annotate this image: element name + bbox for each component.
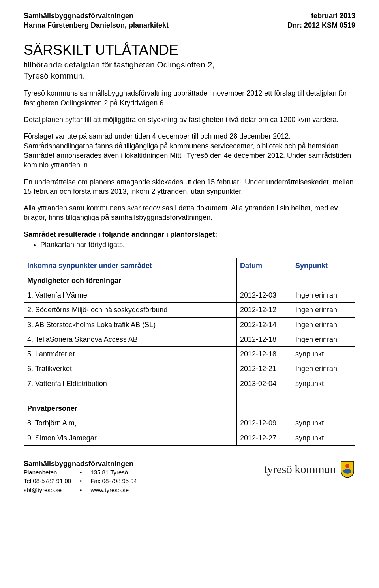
table-row: 8. Torbjörn Alm,2012-12-09synpunkt [24, 416, 355, 431]
table-row: 5. Lantmäteriet2012-12-18synpunkt [24, 347, 355, 361]
logo-text: tyresö kommun [264, 461, 336, 478]
changes-heading: Samrådet resulterade i följande ändringa… [24, 230, 355, 239]
table-row: 9. Simon Vis Jamegar2012-12-27synpunkt [24, 431, 355, 445]
table-row: 3. AB Storstockholms Lokaltrafik AB (SL)… [24, 317, 355, 332]
svg-point-0 [345, 464, 349, 468]
footer-unit: Planenheten [24, 468, 71, 476]
table-row: 4. TeliaSonera Skanova Access AB2012-12-… [24, 332, 355, 346]
table-row: 1. Vattenfall Värme2012-12-03Ingen erinr… [24, 288, 355, 302]
table-spacer [24, 391, 355, 401]
table-row: 2. Södertörns Miljö- och hälsoskyddsförb… [24, 303, 355, 317]
para-1: Tyresö kommuns samhällsbyggnadsförvaltni… [24, 88, 355, 108]
footer-tel: Tel 08-5782 91 00 [24, 477, 71, 485]
subtitle-line1: tillhörande detaljplan för fastigheten O… [24, 59, 355, 70]
document-header: Samhällsbyggnadsförvaltningen Hanna Fürs… [24, 11, 355, 30]
th-sender: Inkomna synpunkter under samrådet [24, 258, 237, 273]
footer-web: www.tyreso.se [90, 486, 137, 494]
subtitle-line2: Tyresö kommun. [24, 70, 355, 81]
header-dnr: Dnr: 2012 KSM 0519 [287, 21, 355, 30]
header-date: februari 2013 [287, 11, 355, 21]
th-date: Datum [237, 258, 292, 273]
para-5: Alla yttranden samt kommunens svar redov… [24, 203, 355, 223]
footer-fax: Fax 08-798 95 94 [90, 477, 137, 485]
para-3: Förslaget var ute på samråd under tiden … [24, 131, 355, 170]
header-org: Samhällsbyggnadsförvaltningen [24, 11, 169, 21]
footer-org: Samhällsbyggnadsförvaltningen [24, 459, 137, 468]
municipality-logo: tyresö kommun [264, 461, 355, 478]
changes-bullet-1: Plankartan har förtydligats. [40, 240, 355, 249]
changes-list: Plankartan har förtydligats. [24, 240, 355, 249]
table-row: 7. Vattenfall Eldistribution2013-02-04sy… [24, 376, 355, 391]
table-section-private: Privatpersoner [24, 401, 355, 416]
document-footer: Samhällsbyggnadsförvaltningen Planenhete… [24, 459, 355, 494]
para-2: Detaljplanen syftar till att möjliggöra … [24, 115, 355, 124]
header-author: Hanna Fürstenberg Danielson, planarkitek… [24, 21, 169, 30]
th-comment: Synpunkt [292, 258, 355, 273]
shield-icon [340, 461, 355, 478]
page-title: SÄRSKILT UTLÅTANDE [24, 41, 355, 58]
footer-email: sbf@tyreso.se [24, 486, 71, 494]
para-4: En underrättelse om planens antagande sk… [24, 177, 355, 197]
footer-address: 135 81 Tyresö [90, 468, 137, 476]
table-section-authorities: Myndigheter och föreningar [24, 273, 355, 288]
table-row: 6. Trafikverket2012-12-21Ingen erinran [24, 361, 355, 376]
comments-table: Inkomna synpunkter under samrådet Datum … [24, 258, 355, 446]
